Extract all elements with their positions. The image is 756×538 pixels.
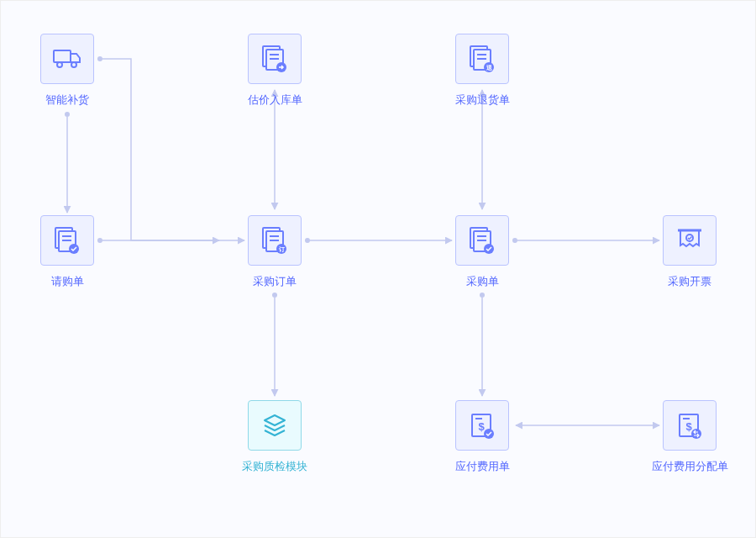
doc-return-icon: 退 xyxy=(455,34,509,84)
doc-arrow-icon xyxy=(248,34,302,84)
svg-text:退: 退 xyxy=(486,64,493,71)
node-estimate-inbound[interactable]: 估价入库单 xyxy=(233,34,317,108)
node-label: 采购订单 xyxy=(253,274,297,289)
truck-icon xyxy=(40,34,94,84)
node-label: 估价入库单 xyxy=(248,92,302,108)
node-label: 采购开票 xyxy=(668,274,711,289)
node-purchase[interactable]: 采购单 xyxy=(440,215,524,289)
node-label: 智能补货 xyxy=(45,92,89,108)
svg-point-55 xyxy=(691,429,701,439)
node-requisition[interactable]: 请购单 xyxy=(25,215,109,289)
svg-point-18 xyxy=(71,62,76,67)
svg-text:$: $ xyxy=(478,420,485,433)
node-smart-restock[interactable]: 智能补货 xyxy=(25,34,109,108)
svg-point-8 xyxy=(272,293,277,298)
svg-rect-16 xyxy=(54,50,71,62)
doc-money-icon: $ xyxy=(455,400,509,451)
doc-check-icon xyxy=(40,215,94,266)
invoice-icon xyxy=(663,215,717,266)
svg-point-13 xyxy=(480,293,485,298)
layers-icon xyxy=(248,400,302,451)
svg-text:$: $ xyxy=(685,420,692,433)
node-label: 采购质检模块 xyxy=(242,459,307,474)
node-label: 采购单 xyxy=(466,274,499,289)
doc-order-icon: 订 xyxy=(248,215,302,266)
node-label: 应付费用分配单 xyxy=(652,459,728,474)
node-label: 请购单 xyxy=(51,274,84,289)
node-quality-module[interactable]: 采购质检模块 xyxy=(233,400,317,474)
node-label: 应付费用单 xyxy=(455,459,510,474)
node-purchase-invoice[interactable]: 采购开票 xyxy=(648,215,732,289)
svg-point-0 xyxy=(65,112,70,117)
doc-check-icon xyxy=(455,215,509,266)
node-label: 采购退货单 xyxy=(455,92,510,108)
svg-text:订: 订 xyxy=(278,246,285,253)
doc-alloc-icon: $ xyxy=(663,400,717,451)
node-payable-alloc[interactable]: $ 应付费用分配单 xyxy=(648,400,732,474)
svg-point-17 xyxy=(57,62,62,67)
node-purchase-order[interactable]: 订 采购订单 xyxy=(233,215,317,289)
node-payable[interactable]: $ 应付费用单 xyxy=(440,400,524,474)
node-purchase-return[interactable]: 退 采购退货单 xyxy=(440,34,524,108)
